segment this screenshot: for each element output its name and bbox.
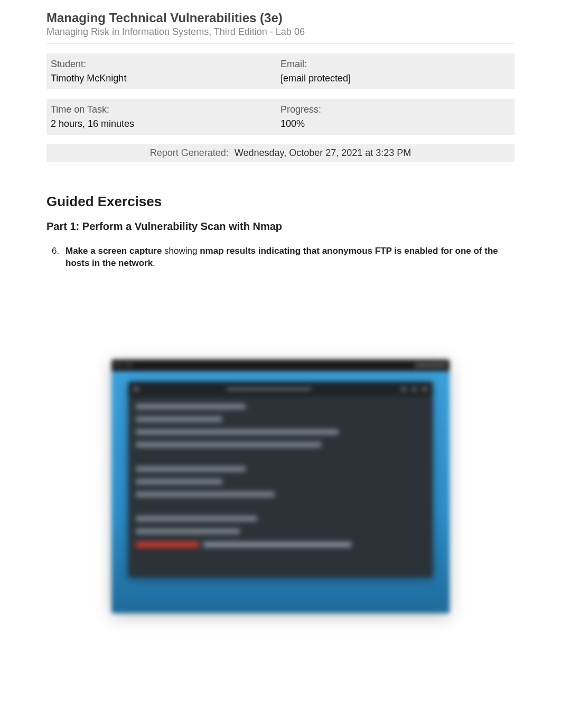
- terminal-line: [136, 417, 222, 422]
- info-row-time-progress: Time on Task: 2 hours, 16 minutes Progre…: [46, 99, 515, 135]
- screenshot-container: [46, 360, 515, 613]
- exercise-mid: showing: [162, 246, 200, 256]
- student-value: Timothy McKnight: [51, 73, 280, 84]
- time-value: 2 hours, 16 minutes: [51, 118, 280, 130]
- exercise-item-6: 6. Make a screen capture showing nmap re…: [66, 245, 515, 270]
- os-taskbar: [111, 360, 450, 371]
- terminal-line: [136, 529, 240, 534]
- part-heading: Part 1: Perform a Vulnerability Scan wit…: [46, 220, 515, 233]
- nmap-screenshot: [111, 360, 450, 613]
- terminal-line: [136, 404, 246, 409]
- report-generated-label: Report Generated:: [150, 148, 229, 158]
- minimize-icon: [401, 386, 406, 392]
- exercise-bold-pre: Make a screen capture: [66, 246, 162, 256]
- taskbar-item: [115, 364, 122, 366]
- desktop-area: [111, 371, 450, 613]
- window-dot-icon: [134, 386, 139, 392]
- terminal-prompt-red: [136, 541, 199, 548]
- progress-label: Progress:: [280, 104, 510, 115]
- report-generated-value: Wednesday, October 27, 2021 at 3:23 PM: [235, 148, 412, 158]
- exercise-text: Make a screen capture showing nmap resul…: [66, 246, 498, 268]
- page-title: Managing Technical Vulnerabilities (3e): [46, 11, 515, 25]
- terminal-window: [128, 382, 433, 577]
- time-label: Time on Task:: [51, 104, 280, 115]
- terminal-prompt-line: [136, 541, 425, 548]
- student-cell: Student: Timothy McKnight: [51, 59, 280, 84]
- taskbar-item: [125, 364, 133, 366]
- section-heading: Guided Exercises: [46, 193, 515, 210]
- report-generated-row: Report Generated: Wednesday, October 27,…: [46, 144, 515, 162]
- terminal-line: [136, 442, 321, 447]
- student-label: Student:: [51, 59, 280, 70]
- terminal-line: [136, 516, 257, 521]
- progress-cell: Progress: 100%: [280, 104, 510, 130]
- terminal-line: [136, 492, 275, 497]
- time-cell: Time on Task: 2 hours, 16 minutes: [51, 104, 280, 130]
- info-row-student-email: Student: Timothy McKnight Email: [email …: [46, 53, 515, 89]
- terminal-prompt-text: [203, 542, 351, 547]
- exercise-number: 6.: [52, 245, 59, 257]
- header-divider: [46, 43, 515, 44]
- exercise-period: .: [153, 258, 155, 268]
- email-cell: Email: [email protected]: [280, 59, 510, 84]
- email-label: Email:: [280, 59, 510, 70]
- maximize-icon: [412, 386, 417, 392]
- exercise-list: 6. Make a screen capture showing nmap re…: [46, 245, 515, 270]
- terminal-line: [136, 466, 246, 472]
- progress-value: 100%: [280, 118, 510, 130]
- terminal-title-text: [227, 388, 311, 391]
- terminal-line: [136, 479, 222, 484]
- page-subtitle: Managing Risk in Information Systems, Th…: [46, 26, 515, 38]
- terminal-line: [136, 429, 339, 435]
- close-icon: [422, 386, 427, 392]
- taskbar-clock: [415, 363, 446, 367]
- terminal-output: [128, 397, 433, 555]
- email-value: [email protected]: [280, 73, 510, 84]
- terminal-titlebar: [128, 382, 433, 397]
